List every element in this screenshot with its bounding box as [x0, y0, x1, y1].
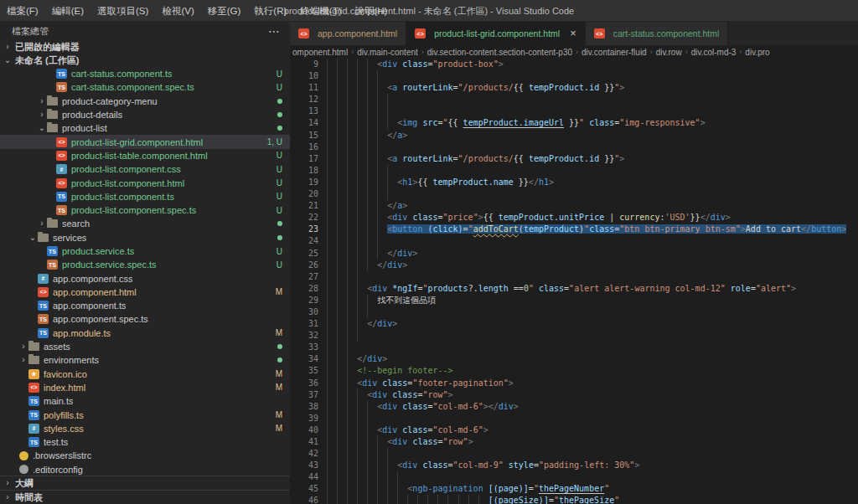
line-number[interactable]: 36 [290, 378, 318, 389]
breadcrumb-item[interactable]: div.main-content [357, 48, 418, 57]
code-line-37[interactable]: <div class="row"> [327, 389, 858, 401]
tree-item-main.ts[interactable]: TSmain.ts [0, 394, 290, 408]
menu-item-6[interactable]: 終端機(T) [293, 0, 348, 22]
tree-item-product-category-menu[interactable]: ›product-category-menu [0, 95, 290, 108]
code-line-40[interactable]: <div class="col-md-6"> [327, 424, 858, 436]
breadcrumb-item[interactable]: div.col-md-3 [691, 48, 737, 57]
tree-item-app.component.spec.ts[interactable]: TSapp.component.spec.ts [0, 312, 290, 326]
tree-item-product-details[interactable]: ›product-details [0, 108, 290, 121]
tree-item-app.component.css[interactable]: #app.component.css [0, 271, 290, 285]
code-line-22[interactable]: <div class="price">{{ tempProduct.unitPr… [327, 212, 858, 224]
code-editor[interactable]: 9101112131415161718192021222324252627282… [290, 59, 858, 504]
tree-item-product-list.component.html[interactable]: <>product-list.component.htmlU [0, 176, 290, 189]
code-line-44[interactable] [327, 471, 858, 483]
code-content[interactable]: <div class="product-box"> <a routerLink=… [327, 59, 858, 504]
code-line-19[interactable]: <h1>{{ tempProduct.name }}</h1> [327, 177, 858, 188]
code-line-41[interactable]: <div class="row"> [327, 436, 858, 448]
line-number[interactable]: 39 [290, 413, 318, 424]
outline-section-header[interactable]: › 大綱 [0, 476, 290, 490]
timeline-section-header[interactable]: › 時間表 [0, 490, 290, 504]
line-number[interactable]: 11 [290, 82, 318, 94]
line-number[interactable]: 44 [290, 471, 318, 483]
menu-item-4[interactable]: 移至(G) [201, 0, 248, 22]
line-number[interactable]: 32 [290, 330, 318, 342]
line-number[interactable]: 22 [290, 212, 318, 224]
code-line-20[interactable] [327, 188, 858, 200]
tree-item-.editorconfig[interactable]: .editorconfig [0, 463, 290, 476]
tree-item-product-list.component.ts[interactable]: TSproduct-list.component.tsU [0, 190, 290, 203]
line-number[interactable]: 46 [290, 495, 318, 504]
tree-item-cart-status.component.spec.ts[interactable]: TScart-status.component.spec.tsU [0, 80, 290, 94]
tree-item-favicon.ico[interactable]: ★favicon.icoM [0, 368, 290, 381]
code-line-39[interactable] [327, 413, 858, 424]
tree-item-assets[interactable]: ›assets [0, 340, 290, 353]
tree-item-app.module.ts[interactable]: TSapp.module.tsM [0, 327, 290, 340]
code-line-23[interactable]: <button (click)="addToCart(tempProduct)"… [327, 224, 858, 235]
line-number[interactable]: 14 [290, 117, 318, 129]
tree-item-product-list-table.component.html[interactable]: <>product-list-table.component.htmlU [0, 149, 290, 162]
menu-item-5[interactable]: 執行(R) [247, 0, 293, 22]
code-line-31[interactable]: </div> [327, 318, 858, 330]
line-number[interactable]: 13 [290, 105, 318, 117]
tree-item-product-list.component.css[interactable]: #product-list.component.cssU [0, 162, 290, 176]
line-number[interactable]: 43 [290, 460, 318, 471]
tree-item-product-list-grid.component.html[interactable]: <>product-list-grid.component.html1, U [0, 135, 290, 148]
line-number[interactable]: 31 [290, 318, 318, 330]
line-number[interactable]: 24 [290, 235, 318, 247]
line-number[interactable]: 41 [290, 436, 318, 448]
close-icon[interactable]: × [570, 29, 576, 38]
breadcrumb-item[interactable]: div.container-fluid [581, 48, 647, 57]
code-line-36[interactable]: <div class="footer-pagination"> [327, 378, 858, 389]
code-line-17[interactable]: <a routerLink="/products/{{ tempProduct.… [327, 153, 858, 165]
breadcrumb-item[interactable]: omponent.html [292, 48, 348, 57]
menu-item-7[interactable]: 說明(H) [348, 0, 394, 22]
tree-item-app.component.ts[interactable]: TSapp.component.ts [0, 299, 290, 312]
tree-item-test.ts[interactable]: TStest.ts [0, 435, 290, 449]
tab-product-list-grid.component.html[interactable]: <>product-list-grid.component.html× [406, 22, 586, 45]
tree-item-environments[interactable]: ›environments [0, 353, 290, 367]
code-line-16[interactable] [327, 141, 858, 153]
line-number[interactable]: 26 [290, 260, 318, 271]
code-line-28[interactable]: <div *ngIf="products?.length ==0" class=… [327, 283, 858, 295]
tree-item-cart-status.component.ts[interactable]: TScart-status.component.tsU [0, 67, 290, 80]
code-line-11[interactable]: <a routerLink="/products/{{ tempProduct.… [327, 82, 858, 94]
code-line-26[interactable]: </div> [327, 260, 858, 271]
code-line-45[interactable]: <ngb-pagination [(page)]="thePageNumber" [327, 483, 858, 495]
code-line-10[interactable] [327, 70, 858, 82]
tree-item-product-list[interactable]: ⌄product-list [0, 121, 290, 135]
tree-item-styles.css[interactable]: #styles.cssM [0, 422, 290, 435]
open-editors-section-header[interactable]: › 已開啟的編輯器 [0, 40, 290, 54]
code-line-15[interactable]: </a> [327, 130, 858, 141]
tab-cart-status.component.html[interactable]: <>cart-status.component.html [586, 22, 729, 45]
line-number[interactable]: 20 [290, 188, 318, 200]
tree-item-index.html[interactable]: <>index.htmlM [0, 381, 290, 394]
code-line-34[interactable]: </div> [327, 353, 858, 365]
line-number[interactable]: 15 [290, 130, 318, 141]
line-number[interactable]: 9 [290, 59, 318, 70]
line-number[interactable]: 40 [290, 424, 318, 436]
line-number[interactable]: 38 [290, 401, 318, 413]
menu-item-1[interactable]: 編輯(E) [45, 0, 90, 22]
line-number[interactable]: 42 [290, 448, 318, 460]
code-line-30[interactable] [327, 306, 858, 318]
tree-item-app.component.html[interactable]: <>app.component.htmlM [0, 285, 290, 299]
code-line-25[interactable]: </div> [327, 248, 858, 260]
breadcrumb-item[interactable]: div.section-content.section-content-p30 [427, 48, 572, 57]
tree-item-services[interactable]: ⌄services [0, 231, 290, 244]
line-number[interactable]: 23 [290, 224, 318, 235]
code-line-14[interactable]: <img src="{{ tempProduct.imageUrl }}" cl… [327, 117, 858, 129]
tab-app.component.html[interactable]: <>app.component.html [290, 22, 406, 45]
line-number[interactable]: 18 [290, 165, 318, 177]
menu-item-3[interactable]: 檢視(V) [155, 0, 200, 22]
breadcrumb-item[interactable]: div.row [656, 48, 682, 57]
line-number[interactable]: 28 [290, 283, 318, 295]
code-line-38[interactable]: <div class="col-md-6"></div> [327, 401, 858, 413]
tree-item-product-list.component.spec.ts[interactable]: TSproduct-list.component.spec.tsU [0, 203, 290, 217]
tree-item-polyfills.ts[interactable]: TSpolyfills.tsM [0, 408, 290, 421]
line-number[interactable]: 12 [290, 94, 318, 105]
tree-item-.browserslistrc[interactable]: .browserslistrc [0, 449, 290, 462]
code-line-33[interactable] [327, 342, 858, 353]
menu-item-0[interactable]: 檔案(F) [0, 0, 45, 22]
code-line-21[interactable]: </a> [327, 200, 858, 212]
line-number[interactable]: 37 [290, 389, 318, 401]
